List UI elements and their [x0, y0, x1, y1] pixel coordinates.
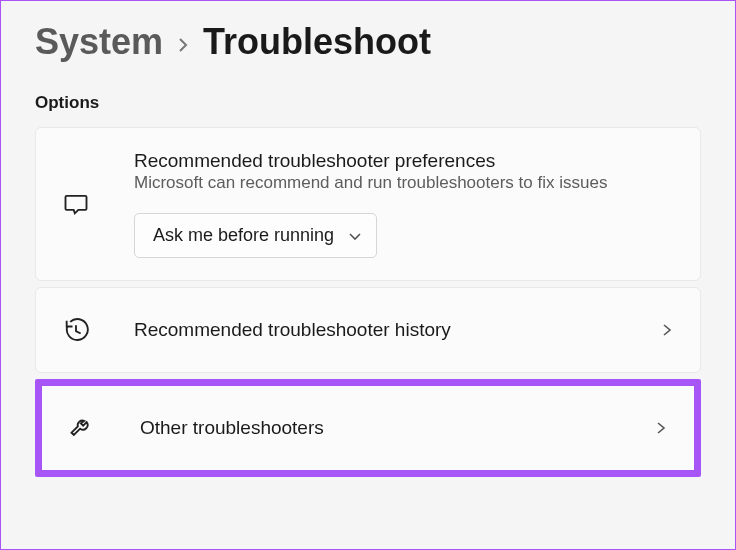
- dropdown-selected-value: Ask me before running: [153, 225, 334, 246]
- preferences-title: Recommended troubleshooter preferences: [134, 150, 676, 172]
- history-row-label: Recommended troubleshooter history: [134, 319, 660, 341]
- page-title: Troubleshoot: [203, 21, 431, 63]
- wrench-icon: [68, 414, 96, 442]
- comment-icon: [62, 190, 90, 218]
- chevron-right-icon: [654, 421, 668, 435]
- chevron-down-icon: [348, 229, 362, 243]
- preferences-subtitle: Microsoft can recommend and run troubles…: [134, 173, 676, 193]
- history-icon: [62, 316, 90, 344]
- section-label-options: Options: [35, 93, 701, 113]
- other-troubleshooters-row[interactable]: Other troubleshooters: [35, 379, 701, 477]
- preferences-dropdown[interactable]: Ask me before running: [134, 213, 377, 258]
- troubleshooter-preferences-card: Recommended troubleshooter preferences M…: [35, 127, 701, 281]
- breadcrumb-parent-link[interactable]: System: [35, 21, 163, 63]
- recommended-history-row[interactable]: Recommended troubleshooter history: [35, 287, 701, 373]
- chevron-right-icon: [660, 323, 674, 337]
- chevron-right-icon: [177, 37, 189, 53]
- breadcrumb: System Troubleshoot: [35, 21, 701, 63]
- other-troubleshooters-label: Other troubleshooters: [140, 417, 654, 439]
